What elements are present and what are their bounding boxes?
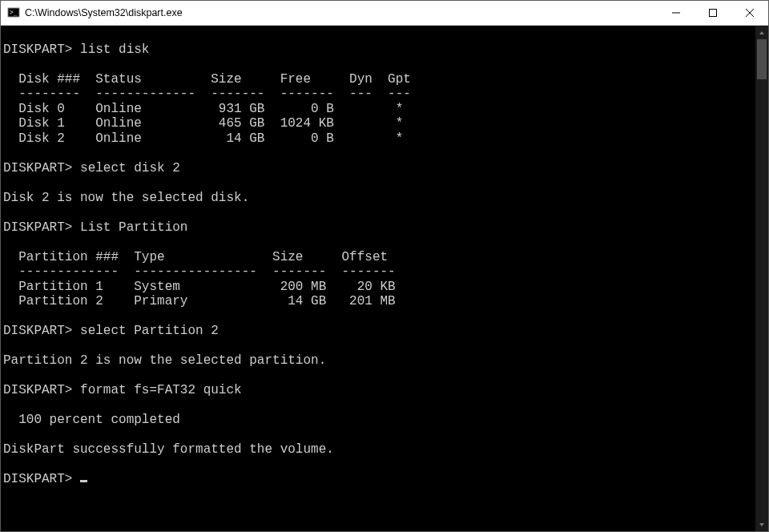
vertical-scrollbar[interactable] <box>755 26 768 531</box>
table-row: Partition 2 Primary 14 GB 201 MB <box>3 294 396 308</box>
window-title: C:\Windows\System32\diskpart.exe <box>25 7 183 18</box>
scroll-thumb[interactable] <box>757 39 767 79</box>
command: select Partition 2 <box>80 324 219 338</box>
terminal-output[interactable]: DISKPART> list disk Disk ### Status Size… <box>1 26 755 531</box>
response: Partition 2 is now the selected partitio… <box>3 353 326 368</box>
prompt: DISKPART> <box>3 472 72 486</box>
window-controls <box>658 1 768 25</box>
response: DiskPart successfully formatted the volu… <box>3 442 334 457</box>
titlebar-left: >_ C:\Windows\System32\diskpart.exe <box>1 6 183 19</box>
prompt: DISKPART> <box>3 324 72 338</box>
command: format fs=FAT32 quick <box>80 383 242 397</box>
disk-table-divider: -------- ------------- ------- ------- -… <box>3 87 411 101</box>
command: list disk <box>80 42 149 57</box>
partition-table-divider: ------------- ---------------- ------- -… <box>3 264 396 279</box>
partition-table-header: Partition ### Type Size Offset <box>3 250 388 264</box>
table-row: Disk 2 Online 14 GB 0 B * <box>3 131 403 146</box>
svg-text:>_: >_ <box>10 9 18 16</box>
prompt: DISKPART> <box>3 161 72 175</box>
close-button[interactable] <box>731 1 768 25</box>
maximize-button[interactable] <box>695 1 731 25</box>
blank-line <box>3 27 11 42</box>
table-row: Partition 1 System 200 MB 20 KB <box>3 280 396 294</box>
minimize-button[interactable] <box>658 1 695 25</box>
progress: 100 percent completed <box>3 413 180 427</box>
client-area: DISKPART> list disk Disk ### Status Size… <box>1 26 768 531</box>
cursor <box>80 480 87 482</box>
svg-rect-2 <box>710 10 717 17</box>
scroll-up-arrow-icon[interactable] <box>755 26 768 39</box>
command: List Partition <box>80 220 187 235</box>
command: select disk 2 <box>80 161 180 175</box>
console-window: >_ C:\Windows\System32\diskpart.exe DISK… <box>0 0 769 532</box>
table-row: Disk 0 Online 931 GB 0 B * <box>3 102 403 116</box>
response: Disk 2 is now the selected disk. <box>3 191 249 205</box>
table-row: Disk 1 Online 465 GB 1024 KB * <box>3 116 403 131</box>
titlebar[interactable]: >_ C:\Windows\System32\diskpart.exe <box>1 1 768 26</box>
prompt: DISKPART> <box>3 383 72 397</box>
scroll-down-arrow-icon[interactable] <box>755 518 768 531</box>
prompt: DISKPART> <box>3 220 72 235</box>
app-icon: >_ <box>7 6 20 19</box>
prompt: DISKPART> <box>3 42 72 57</box>
disk-table-header: Disk ### Status Size Free Dyn Gpt <box>3 72 411 87</box>
